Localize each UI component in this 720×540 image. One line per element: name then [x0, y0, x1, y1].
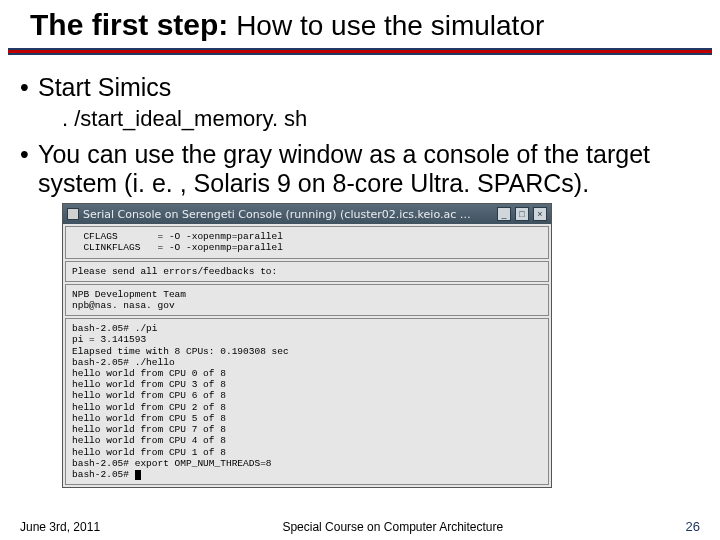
- bullet-console-desc: You can use the gray window as a console…: [20, 140, 700, 198]
- terminal-cursor: [135, 470, 141, 480]
- minimize-button[interactable]: _: [497, 207, 511, 221]
- terminal-block-flags: CFLAGS = -O -xopenmp=parallel CLINKFLAGS…: [65, 226, 549, 258]
- window-icon: [67, 208, 79, 220]
- command-line: . /start_ideal_memory. sh: [62, 106, 700, 132]
- title-rest: How to use the simulator: [228, 10, 544, 41]
- terminal-window: Serial Console on Serengeti Console (run…: [62, 203, 552, 488]
- footer-page-number: 26: [686, 519, 700, 534]
- terminal-block-errors: Please send all errors/feedbacks to:: [65, 261, 549, 282]
- terminal-titlebar: Serial Console on Serengeti Console (run…: [63, 204, 551, 224]
- content-area: Start Simics . /start_ideal_memory. sh Y…: [0, 55, 720, 488]
- footer-course-name: Special Course on Computer Architecture: [100, 520, 685, 534]
- bullet-start-simics: Start Simics: [20, 73, 700, 102]
- title-bold: The first step:: [30, 8, 228, 41]
- terminal-block-team: NPB Development Team npb@nas. nasa. gov: [65, 284, 549, 316]
- terminal-output-text: bash-2.05# ./pi pi = 3.141593 Elapsed ti…: [72, 323, 289, 480]
- title-rule: [8, 48, 712, 55]
- terminal-block-output: bash-2.05# ./pi pi = 3.141593 Elapsed ti…: [65, 318, 549, 485]
- close-button[interactable]: ×: [533, 207, 547, 221]
- slide-footer: June 3rd, 2011 Special Course on Compute…: [0, 519, 720, 534]
- terminal-title-text: Serial Console on Serengeti Console (run…: [83, 208, 493, 221]
- slide-title: The first step: How to use the simulator: [0, 0, 720, 48]
- terminal-body: CFLAGS = -O -xopenmp=parallel CLINKFLAGS…: [63, 224, 551, 487]
- maximize-button[interactable]: □: [515, 207, 529, 221]
- footer-date: June 3rd, 2011: [20, 520, 100, 534]
